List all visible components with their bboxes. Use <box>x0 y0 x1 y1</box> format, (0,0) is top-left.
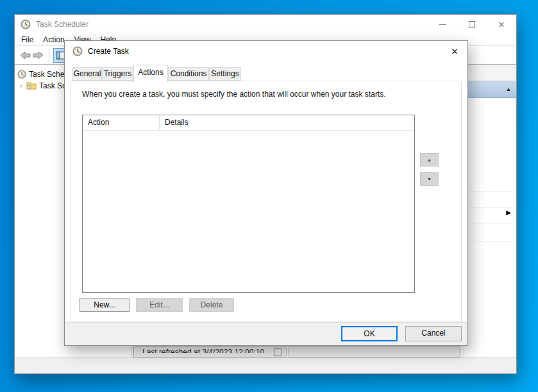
tab-actions[interactable]: Actions <box>133 65 168 82</box>
summary-refresh-band: Last refreshed at 3/4/2023 12:00:10 <box>133 347 287 357</box>
forward-button[interactable] <box>33 51 44 60</box>
actions-pane-divider <box>466 241 514 241</box>
collapse-icon[interactable]: ▲ <box>506 86 511 92</box>
tab-conditions[interactable]: Conditions <box>168 67 209 81</box>
actions-pane-header[interactable]: ▲ <box>464 81 516 98</box>
actions-pane: ▲ ▶ <box>464 65 516 357</box>
task-scheduler-clock-icon <box>17 70 26 79</box>
toolbar-separator <box>49 49 49 62</box>
back-button[interactable] <box>20 51 31 60</box>
triangle-down-icon: ▼ <box>427 177 432 181</box>
actions-tab-page: When you create a task, you must specify… <box>71 81 462 322</box>
create-task-dialog: Create Task ✕ General Triggers Actions C… <box>64 40 468 346</box>
last-refreshed-text: Last refreshed at 3/4/2023 12:00:10 <box>142 348 264 353</box>
column-header-action[interactable]: Action <box>83 115 160 131</box>
chevron-right-icon[interactable]: › <box>18 83 24 89</box>
move-up-button[interactable]: ▲ <box>420 153 439 167</box>
tree-item-label: Task Sc <box>39 81 66 90</box>
minimize-button[interactable] <box>428 15 457 34</box>
column-header-details[interactable]: Details <box>160 115 189 131</box>
actions-list-header: Action Details <box>83 115 414 131</box>
new-button[interactable]: New... <box>80 298 130 312</box>
window-title: Task Scheduler <box>36 20 88 29</box>
task-scheduler-clock-icon <box>21 19 31 29</box>
close-icon: ✕ <box>498 20 505 29</box>
actions-pane-divider <box>466 224 514 224</box>
tree-item-label: Task Sche <box>29 70 64 79</box>
tab-general[interactable]: General <box>72 67 102 81</box>
actions-list[interactable]: Action Details <box>82 115 415 293</box>
cancel-button[interactable]: Cancel <box>405 326 462 341</box>
actions-pane-toolbar <box>464 65 516 81</box>
summary-band-right <box>289 347 460 357</box>
dialog-titlebar[interactable]: Create Task <box>65 41 467 61</box>
task-scheduler-clock-icon <box>72 46 83 56</box>
triangle-up-icon: ▲ <box>427 158 432 162</box>
maximize-icon <box>469 21 475 28</box>
tab-settings[interactable]: Settings <box>209 67 241 81</box>
dialog-footer: OK Cancel <box>65 322 467 345</box>
instruction-text: When you create a task, you must specify… <box>82 90 386 99</box>
move-down-button[interactable]: ▼ <box>420 172 439 186</box>
delete-button[interactable]: Delete <box>189 298 234 312</box>
ok-button[interactable]: OK <box>341 326 398 341</box>
tab-triggers[interactable]: Triggers <box>102 67 133 81</box>
dialog-title: Create Task <box>88 47 129 56</box>
edit-button[interactable]: Edit... <box>136 298 183 312</box>
close-icon: ✕ <box>451 47 458 56</box>
dialog-close-button[interactable]: ✕ <box>447 45 462 58</box>
window-controls: ✕ <box>428 15 516 34</box>
status-bar <box>15 357 516 373</box>
actions-pane-divider <box>466 191 514 192</box>
actions-pane-divider <box>466 207 514 208</box>
submenu-arrow-icon[interactable]: ▶ <box>506 209 511 216</box>
folder-clock-icon <box>26 81 37 90</box>
menu-action[interactable]: Action <box>43 35 64 44</box>
minimize-icon <box>439 24 446 25</box>
close-button[interactable]: ✕ <box>487 15 516 34</box>
maximize-button[interactable] <box>457 15 487 34</box>
menu-file[interactable]: File <box>21 35 33 44</box>
clipped-button[interactable] <box>274 348 282 356</box>
